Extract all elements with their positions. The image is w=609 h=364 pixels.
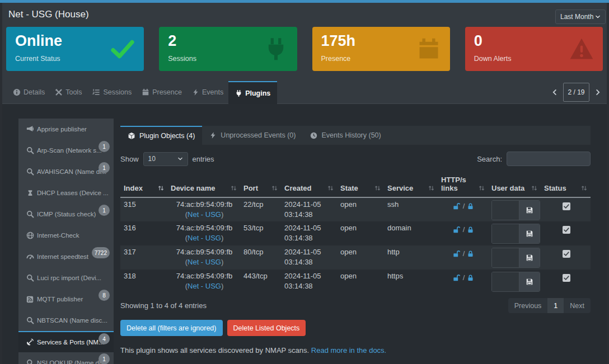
period-selector[interactable]: Last Month — [555, 10, 606, 24]
chevron-right-icon[interactable] — [594, 88, 601, 96]
status-checkbox[interactable] — [563, 274, 570, 282]
sidebar-item-badge: 1 — [99, 162, 110, 173]
column-header-label: Device name — [171, 184, 216, 192]
warning-icon — [569, 37, 594, 62]
sidebar-item[interactable]: AVAHISCAN (Name di...1 — [18, 161, 114, 182]
tab-sessions[interactable]: Sessions — [87, 81, 137, 103]
plugin-tab[interactable]: Plugin Objects (4) — [120, 126, 202, 145]
user-data-input[interactable] — [492, 272, 519, 291]
column-header-service[interactable]: Service — [384, 171, 438, 197]
column-header-user-data[interactable]: User data — [488, 171, 541, 197]
device-mac: 74:ac:b9:54:09:fb — [171, 247, 238, 257]
column-header-label: Port — [243, 184, 258, 192]
sidebar-item[interactable]: Internet speedtest7722 — [18, 246, 114, 267]
https-link-icon[interactable] — [467, 250, 474, 258]
column-header-device-name[interactable]: Device name — [167, 171, 240, 197]
sort-icon — [157, 185, 165, 192]
device-link[interactable]: Net - USG — [188, 210, 221, 219]
sidebar-item[interactable]: MQTT publisher8 — [18, 289, 114, 310]
save-user-data-button[interactable] — [519, 272, 540, 291]
cell-index: 316 — [120, 221, 167, 245]
user-data-widget — [491, 272, 540, 292]
sidebar-item-badge: 1 — [99, 205, 110, 216]
top-accent-bar — [0, 0, 609, 3]
plugin-tab-label: Unprocessed Events (0) — [221, 131, 296, 139]
sidebar-item[interactable]: NBTSCAN (Name disc... — [18, 310, 114, 331]
next-page-button[interactable]: Next — [564, 298, 591, 313]
status-checkbox[interactable] — [563, 250, 570, 258]
https-link-icon[interactable] — [467, 226, 474, 234]
sidebar-item-label: Internet speedtest — [37, 253, 88, 260]
created-time: 03:14:38 — [284, 257, 335, 267]
user-data-input[interactable] — [492, 224, 519, 243]
user-data-input[interactable] — [492, 201, 519, 220]
floppy-icon — [526, 254, 533, 262]
chevron-left-icon[interactable] — [551, 88, 558, 96]
save-user-data-button[interactable] — [519, 248, 540, 267]
https-link-icon[interactable] — [467, 202, 474, 210]
tab-tools[interactable]: Tools — [50, 81, 87, 103]
tab-content: Apprise publisherArp-Scan (Network s...1… — [2, 104, 607, 364]
page-size-value: 10 — [148, 155, 156, 163]
column-header-status[interactable]: Status — [541, 171, 591, 197]
plugin-tab[interactable]: Events History (50) — [303, 126, 388, 145]
sidebar-item[interactable]: Services & Ports (NM...4 — [18, 331, 114, 352]
http-link-icon[interactable] — [453, 250, 461, 258]
cell-state: open — [337, 245, 384, 270]
sidebar-item[interactable]: NSLOOKUP (Name di...1 — [18, 352, 114, 364]
previous-page-button[interactable]: Previous — [508, 298, 548, 313]
sidebar-item[interactable]: DHCP Leases (Device ... — [18, 182, 114, 204]
http-links: / — [441, 247, 486, 259]
status-checkbox[interactable] — [563, 202, 570, 210]
tab-presence[interactable]: Presence — [137, 81, 187, 103]
sort-icon — [428, 185, 435, 192]
device-link[interactable]: Net - USG — [188, 234, 221, 242]
sidebar-item[interactable]: Apprise publisher — [18, 119, 114, 140]
column-header-port[interactable]: Port — [240, 171, 281, 197]
delete-all-button[interactable]: Delete all (filters are ignored) — [120, 320, 223, 336]
tab-events[interactable]: Events — [187, 81, 228, 103]
page-size-select[interactable]: 10 — [143, 152, 188, 166]
sort-icon — [374, 185, 381, 192]
floppy-icon — [526, 206, 533, 214]
tab-details[interactable]: Details — [8, 81, 50, 103]
tacho-icon — [26, 253, 34, 261]
plugin-tab[interactable]: Unprocessed Events (0) — [202, 126, 303, 145]
column-header-created[interactable]: Created — [281, 171, 337, 197]
http-link-icon[interactable] — [453, 226, 461, 234]
search-input[interactable] — [507, 152, 591, 166]
table-row: 31674:ac:b9:54:09:fb(Net - USG)53/tcp202… — [120, 221, 591, 245]
column-header-state[interactable]: State — [337, 171, 384, 197]
cell-service: https — [384, 270, 438, 294]
tab-label: Details — [24, 88, 45, 96]
device-mac: 74:ac:b9:54:09:fb — [171, 271, 238, 281]
https-link-icon[interactable] — [467, 274, 474, 282]
save-user-data-button[interactable] — [519, 224, 540, 243]
search-icon — [26, 359, 34, 364]
sort-icon — [580, 185, 588, 192]
docs-link[interactable]: Read more in the docs. — [311, 346, 386, 354]
sidebar-item-label: Services & Ports (NM... — [37, 339, 104, 346]
status-checkbox[interactable] — [563, 226, 570, 234]
http-links: / — [441, 200, 486, 211]
search-label: Search: — [477, 155, 502, 163]
http-link-icon[interactable] — [453, 274, 461, 282]
sidebar-item[interactable]: Arp-Scan (Network s...1 — [18, 140, 114, 161]
sidebar-item[interactable]: Luci rpc import (Devi... — [18, 267, 114, 289]
column-header-index[interactable]: Index — [120, 171, 167, 197]
device-link[interactable]: Net - USG — [188, 282, 221, 290]
sidebar-item[interactable]: Internet-Check — [18, 225, 114, 246]
column-header-label: Created — [284, 184, 311, 192]
device-link[interactable]: Net - USG — [188, 258, 221, 266]
save-user-data-button[interactable] — [519, 201, 540, 220]
delete-listed-button[interactable]: Delete Listed Objects — [227, 320, 306, 336]
user-data-input[interactable] — [492, 248, 519, 267]
bolt-icon — [192, 88, 199, 96]
sidebar-item[interactable]: ICMP (Status check)1 — [18, 204, 114, 225]
tab-plugins[interactable]: Plugins — [228, 81, 277, 104]
http-link-icon[interactable] — [453, 202, 461, 210]
bolt-icon — [209, 131, 217, 139]
current-page-button[interactable]: 1 — [547, 298, 564, 313]
clock-icon — [310, 132, 317, 139]
column-header-http-s-links[interactable]: HTTP/s links — [438, 171, 488, 197]
